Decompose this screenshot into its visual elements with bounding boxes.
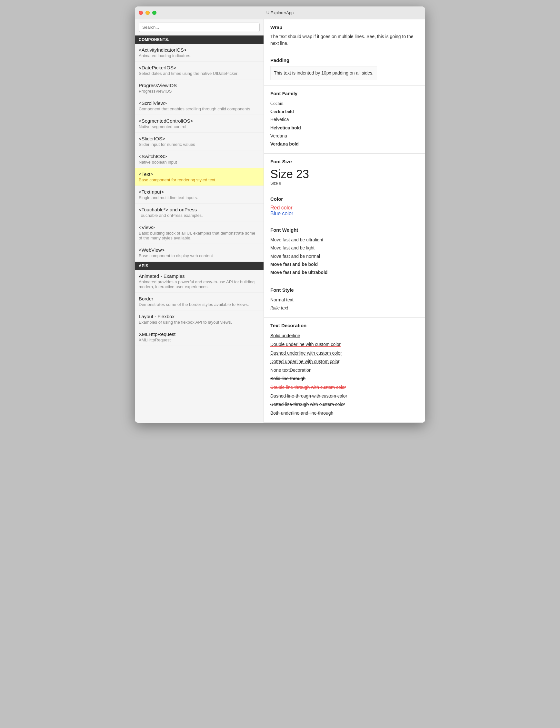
sidebar-item-desc: Single and multi-line text inputs.	[139, 195, 260, 200]
list-item: Double line-through with custom color	[270, 383, 419, 392]
sidebar-item-title: Layout - Flexbox	[139, 314, 260, 319]
section-font-size: Font Size Size 23 Size 8	[264, 154, 425, 191]
list-item: Cochin bold	[270, 107, 419, 116]
sidebar-item-segmented[interactable]: <SegmentedControlIOS> Native segmented c…	[135, 115, 264, 133]
section-text-decoration: Text Decoration Solid underline Double u…	[264, 318, 425, 423]
sidebar-item-progress[interactable]: ProgressViewIOS ProgressViewIOS	[135, 79, 264, 97]
sidebar-item-title: <ScrollView>	[139, 100, 260, 106]
sidebar-item-desc: Animated loading indicators.	[139, 53, 260, 58]
maximize-button[interactable]	[152, 11, 157, 15]
sidebar-item-desc: Touchable and onPress examples.	[139, 213, 260, 218]
sidebar: COMPONENTS: <ActivityIndicatorIOS> Anima…	[135, 19, 264, 423]
font-family-list: Cochin Cochin bold Helvetica Helvetica b…	[270, 99, 419, 148]
sidebar-item-title: <Touchable*> and onPress	[139, 207, 260, 212]
sidebar-item-desc: Examples of using the flexbox API to lay…	[139, 320, 260, 325]
components-header: COMPONENTS:	[135, 35, 264, 44]
sidebar-item-title: <DatePickerIOS>	[139, 65, 260, 70]
list-item: Double underline with custom color	[270, 340, 419, 349]
list-item: Move fast and be light	[270, 244, 419, 252]
sidebar-item-textinput[interactable]: <TextInput> Single and multi-line text i…	[135, 186, 264, 204]
section-title-font-style: Font Style	[270, 287, 419, 293]
main-content: Wrap The text should wrap if it goes on …	[264, 19, 425, 423]
sidebar-item-datepicker[interactable]: <DatePickerIOS> Select dates and times u…	[135, 62, 264, 79]
sidebar-item-slider[interactable]: <SliderIOS> Slider input for numeric val…	[135, 133, 264, 150]
section-body-padding: This text is indented by 10px padding on…	[274, 70, 373, 76]
sidebar-item-title: <SliderIOS>	[139, 136, 260, 141]
list-item: None textDecoration	[270, 366, 419, 375]
list-item: Solid underline	[270, 331, 419, 340]
color-blue-text: Blue color	[270, 211, 419, 217]
sidebar-item-desc: Animated provides a powerful and easy-to…	[139, 279, 260, 289]
sidebar-item-text[interactable]: <Text> Base component for rendering styl…	[135, 168, 264, 186]
section-color: Color Red color Blue color	[264, 191, 425, 222]
sidebar-item-desc: Demonstrates some of the border styles a…	[139, 302, 260, 307]
sidebar-item-title: <SwitchIOS>	[139, 154, 260, 159]
sidebar-item-title: Animated - Examples	[139, 273, 260, 279]
list-item: Move fast and be ultrabold	[270, 268, 419, 277]
section-title-color: Color	[270, 196, 419, 202]
sidebar-item-border[interactable]: Border Demonstrates some of the border s…	[135, 293, 264, 310]
window-title: UIExplorerApp	[267, 10, 294, 15]
sidebar-item-desc: Native segmented control	[139, 124, 260, 129]
list-item: Verdana	[270, 132, 419, 140]
sidebar-item-desc: Base component to display web content	[139, 253, 260, 258]
apis-header: APIS:	[135, 262, 264, 270]
color-red-text: Red color	[270, 205, 419, 211]
sidebar-item-desc: Basic building block of all UI, examples…	[139, 231, 260, 240]
section-title-font-size: Font Size	[270, 159, 419, 164]
sidebar-item-touchable[interactable]: <Touchable*> and onPress Touchable and o…	[135, 204, 264, 221]
section-title-wrap: Wrap	[270, 25, 419, 30]
sidebar-list: COMPONENTS: <ActivityIndicatorIOS> Anima…	[135, 35, 264, 423]
sidebar-item-title: XMLHttpRequest	[139, 331, 260, 337]
font-style-italic: Italic text	[270, 304, 419, 312]
section-font-style: Font Style Normal text Italic text	[264, 282, 425, 318]
sidebar-item-title: <ActivityIndicatorIOS>	[139, 47, 260, 53]
sidebar-item-activity[interactable]: <ActivityIndicatorIOS> Animated loading …	[135, 44, 264, 62]
font-size-small: Size 8	[270, 181, 419, 186]
list-item: Move fast and be bold	[270, 260, 419, 268]
list-item: Dashed line-through with custom color	[270, 392, 419, 400]
sidebar-item-desc: Base component for rendering styled text…	[139, 177, 260, 182]
sidebar-item-title: ProgressViewIOS	[139, 83, 260, 88]
sidebar-item-desc: Component that enables scrolling through…	[139, 106, 260, 111]
minimize-button[interactable]	[146, 11, 150, 15]
sidebar-item-title: <WebView>	[139, 247, 260, 253]
list-item: Helvetica	[270, 116, 419, 124]
sidebar-item-xhr[interactable]: XMLHttpRequest XMLHttpRequest	[135, 328, 264, 346]
sidebar-item-view[interactable]: <View> Basic building block of all UI, e…	[135, 221, 264, 244]
font-size-large: Size 23	[270, 167, 419, 181]
sidebar-item-webview[interactable]: <WebView> Base component to display web …	[135, 244, 264, 262]
traffic-lights	[139, 11, 157, 15]
section-title-text-decoration: Text Decoration	[270, 323, 419, 328]
sidebar-item-layout[interactable]: Layout - Flexbox Examples of using the f…	[135, 310, 264, 328]
search-bar	[135, 19, 264, 35]
sidebar-item-desc: Select dates and times using the native …	[139, 71, 260, 76]
section-padding: Padding This text is indented by 10px pa…	[264, 52, 425, 86]
section-font-weight: Font Weight Move fast and be ultralight …	[264, 222, 425, 282]
sidebar-item-desc: Native boolean input	[139, 160, 260, 165]
section-title-padding: Padding	[270, 57, 419, 63]
list-item: Both underline and line-through	[270, 409, 419, 418]
sidebar-item-switch[interactable]: <SwitchIOS> Native boolean input	[135, 150, 264, 168]
sidebar-item-title: <View>	[139, 225, 260, 230]
sidebar-item-animated[interactable]: Animated - Examples Animated provides a …	[135, 270, 264, 293]
padding-demo: This text is indented by 10px padding on…	[270, 66, 377, 80]
sidebar-item-title: Border	[139, 296, 260, 301]
font-style-normal: Normal text	[270, 296, 419, 304]
list-item: Helvetica bold	[270, 124, 419, 132]
app-window: UIExplorerApp COMPONENTS: <ActivityIndic…	[135, 6, 425, 423]
section-body-wrap: The text should wrap if it goes on multi…	[270, 33, 419, 47]
text-decoration-list: Solid underline Double underline with cu…	[270, 331, 419, 417]
sidebar-item-scrollview[interactable]: <ScrollView> Component that enables scro…	[135, 97, 264, 115]
list-item: Cochin	[270, 99, 419, 107]
section-title-font-weight: Font Weight	[270, 227, 419, 233]
close-button[interactable]	[139, 11, 143, 15]
sidebar-item-title: <Text>	[139, 171, 260, 177]
search-input[interactable]	[139, 23, 260, 32]
sidebar-item-desc: Slider input for numeric values	[139, 142, 260, 147]
sidebar-item-desc: XMLHttpRequest	[139, 338, 260, 342]
content-area: COMPONENTS: <ActivityIndicatorIOS> Anima…	[135, 19, 425, 423]
list-item: Dotted underline with custom color	[270, 357, 419, 366]
list-item: Dashed underline with custom color	[270, 349, 419, 358]
list-item: Move fast and be ultralight	[270, 236, 419, 244]
